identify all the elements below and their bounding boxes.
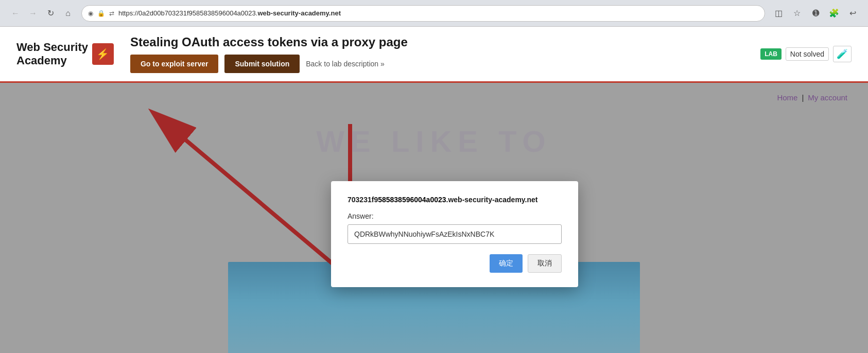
lab-header: Web Security Academy ⚡ Stealing OAuth ac… bbox=[0, 27, 868, 83]
dialog-backdrop: 703231f9585838596004a0023.web-security-a… bbox=[0, 83, 868, 353]
address-bar[interactable]: ◉ 🔒 ⇄ https://0a2d00b703231f958583859600… bbox=[81, 5, 765, 22]
dialog-url-prefix: 703231f9 bbox=[348, 196, 378, 204]
logo-text: Web Security Academy bbox=[16, 41, 88, 68]
reload-button[interactable]: ↻ bbox=[43, 6, 58, 21]
back-to-lab-link[interactable]: Back to lab description » bbox=[306, 60, 385, 68]
browser-chrome: ← → ↻ ⌂ ◉ 🔒 ⇄ https://0a2d00b703231f9585… bbox=[0, 0, 868, 27]
home-button[interactable]: ⌂ bbox=[61, 6, 75, 21]
lab-title-section: Stealing OAuth access tokens via a proxy… bbox=[130, 35, 744, 73]
flask-icon[interactable]: 🧪 bbox=[833, 46, 852, 62]
logo-text-line1: Web Security Academy bbox=[16, 41, 88, 68]
notification-button[interactable]: ➊ bbox=[808, 6, 823, 21]
lab-badge: LAB bbox=[760, 48, 782, 60]
forward-button[interactable]: → bbox=[26, 6, 40, 21]
nav-buttons: ← → ↻ ⌂ bbox=[8, 6, 75, 21]
dialog-label: Answer: bbox=[348, 212, 562, 220]
logo: Web Security Academy ⚡ bbox=[16, 41, 114, 68]
star-button[interactable]: ☆ bbox=[790, 6, 804, 21]
address-url: https://0a2d00b703231f9585838596004a0023… bbox=[118, 9, 341, 17]
lock-icon: 🔒 bbox=[97, 10, 105, 17]
dialog-url: 703231f9585838596004a0023.web-security-a… bbox=[348, 196, 562, 204]
address-domain: web-security-academy.net bbox=[257, 9, 341, 17]
extensions-button[interactable]: 🧩 bbox=[827, 6, 841, 21]
dialog-url-suffix: .web-security-academy.net bbox=[446, 196, 538, 204]
back-button[interactable]: ← bbox=[8, 6, 23, 21]
qr-button[interactable]: ◫ bbox=[771, 6, 786, 21]
confirm-button[interactable]: 确定 bbox=[490, 254, 523, 273]
lab-state: Not solved bbox=[786, 47, 829, 61]
lab-status: LAB Not solved 🧪 bbox=[760, 46, 852, 62]
logo-icon: ⚡ bbox=[92, 43, 114, 65]
lab-title: Stealing OAuth access tokens via a proxy… bbox=[130, 35, 744, 49]
transfer-icon: ⇄ bbox=[109, 10, 114, 17]
exploit-server-button[interactable]: Go to exploit server bbox=[130, 55, 218, 73]
submit-dialog: 703231f9585838596004a0023.web-security-a… bbox=[331, 181, 578, 287]
submit-solution-button[interactable]: Submit solution bbox=[224, 55, 300, 73]
page-content: Home | My account WE LIKE TO 703231f9585… bbox=[0, 83, 868, 353]
lab-actions: Go to exploit server Submit solution Bac… bbox=[130, 55, 744, 73]
menu-button[interactable]: ↩ bbox=[845, 6, 860, 21]
browser-actions: ◫ ☆ ➊ 🧩 ↩ bbox=[771, 6, 860, 21]
answer-input[interactable] bbox=[348, 224, 562, 244]
cancel-button[interactable]: 取消 bbox=[528, 254, 562, 273]
dialog-url-highlight: 585838596004a0023 bbox=[378, 196, 446, 204]
security-icon: ◉ bbox=[88, 10, 93, 17]
dialog-buttons: 确定 取消 bbox=[348, 254, 562, 273]
